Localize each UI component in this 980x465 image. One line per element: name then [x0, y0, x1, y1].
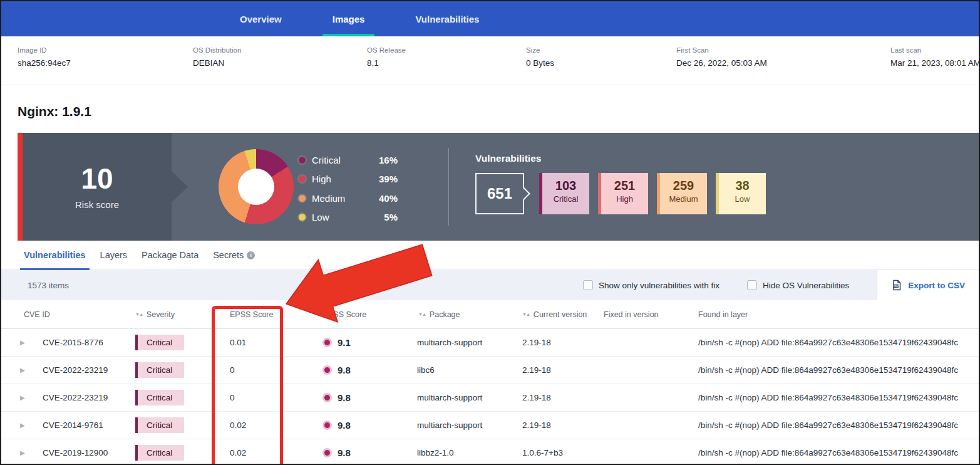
- filter-hide-os-vulnerabilities[interactable]: Hide OS Vulnerabilities: [747, 280, 849, 290]
- severity-badge: Critical: [135, 445, 184, 461]
- nav-tab-vulnerabilities[interactable]: Vulnerabilities: [405, 1, 489, 36]
- column-header-cve-id[interactable]: CVE ID: [11, 310, 135, 319]
- info-label: Image ID: [18, 46, 193, 54]
- cvss-value: 9.8: [338, 420, 351, 431]
- info-value: sha256:94ec7: [18, 58, 193, 68]
- risk-score-label: Risk score: [75, 199, 119, 210]
- cvss-value: 9.8: [338, 447, 351, 458]
- cvss-severity-dot-icon: [322, 393, 332, 402]
- legend-item-low: Low 5%: [299, 208, 398, 227]
- checkbox-icon[interactable]: [747, 280, 757, 290]
- cvss-value: 9.1: [338, 337, 351, 348]
- legend-item-critical: Critical 16%: [299, 150, 398, 170]
- current-version-cell: 2.19-18: [522, 421, 604, 430]
- panel-divider: [448, 148, 449, 226]
- vulnerabilities-table: CVE ID ▼▲ Severity EPSS Score CVSS Score…: [1, 300, 979, 465]
- info-field-last-scan: Last scan Mar 21, 2023, 08:01 AM: [890, 46, 979, 85]
- package-cell: libc6: [417, 365, 522, 375]
- column-label: CVSS Score: [322, 310, 366, 319]
- total-box-arrow: [518, 187, 530, 200]
- table-row[interactable]: ▶ CVE-2014-9761 Critical 0.02 9.8 multia…: [1, 412, 979, 439]
- page-title: Nginx: 1.9.1: [18, 104, 979, 120]
- package-cell: multiarch-support: [417, 421, 522, 430]
- row-expand-icon[interactable]: ▶: [11, 394, 36, 401]
- risk-score-block: 10 Risk score: [23, 133, 172, 241]
- epss-score-cell: 0.02: [220, 448, 314, 457]
- info-icon: i: [247, 251, 255, 259]
- sort-icon[interactable]: ▼▲: [418, 312, 426, 316]
- severity-badge: Critical: [135, 335, 184, 350]
- severity-card-high[interactable]: 251 High: [598, 173, 648, 214]
- found-in-layer-cell: /bin/sh -c #(nop) ADD file:864a9927c63e4…: [698, 338, 979, 347]
- found-in-layer-cell: /bin/sh -c #(nop) ADD file:864a9927c63e4…: [698, 448, 979, 457]
- legend-label: Low: [312, 212, 329, 222]
- sort-icon[interactable]: ▼▲: [135, 312, 143, 316]
- column-label: EPSS Score: [230, 310, 273, 319]
- vulnerabilities-title: Vulnerabilities: [475, 153, 775, 164]
- sort-icon[interactable]: ▼▲: [522, 312, 530, 316]
- column-header-severity[interactable]: ▼▲ Severity: [135, 310, 220, 319]
- severity-card-medium[interactable]: 259 Medium: [657, 173, 707, 214]
- column-label: CVE ID: [24, 310, 50, 319]
- package-cell: multiarch-support: [417, 338, 522, 347]
- detail-tabs: Vulnerabilities Layers Package Data Secr…: [1, 241, 979, 270]
- column-header-epss-score[interactable]: EPSS Score: [220, 310, 314, 319]
- nav-tab-images[interactable]: Images: [322, 1, 375, 36]
- epss-score-cell: 0: [220, 393, 314, 402]
- current-version-cell: 2.19-18: [522, 393, 604, 402]
- cvss-value: 9.8: [338, 365, 351, 375]
- severity-cell: Critical: [135, 390, 220, 405]
- filter-show-only-with-fix[interactable]: Show only vulnerabilities with fix: [583, 280, 720, 290]
- column-header-current-version[interactable]: ▼▲ Current version: [522, 310, 604, 319]
- found-in-layer-cell: /bin/sh -c #(nop) ADD file:864a9927c63e4…: [698, 365, 979, 375]
- severity-card-low[interactable]: 38 Low: [716, 173, 766, 214]
- export-label: Export to CSV: [908, 281, 965, 290]
- risk-accent-bar: [18, 133, 23, 241]
- cvss-value: 9.8: [338, 392, 351, 403]
- row-expand-icon[interactable]: ▶: [11, 339, 36, 346]
- svg-text:CSV: CSV: [894, 285, 899, 288]
- info-label: Last scan: [890, 46, 979, 54]
- info-field-size: Size 0 Bytes: [526, 46, 676, 85]
- row-expand-icon[interactable]: ▶: [11, 422, 36, 429]
- info-label: Size: [526, 46, 676, 54]
- column-header-fixed-in-version[interactable]: Fixed in version: [604, 310, 698, 319]
- legend-percent: 40%: [379, 193, 398, 204]
- cve-id-cell: CVE-2022-23219: [36, 365, 135, 375]
- items-count: 1573 items: [28, 281, 69, 290]
- severity-card-count: 259: [660, 179, 707, 193]
- tab-secrets[interactable]: Secrets i: [213, 241, 255, 269]
- severity-cell: Critical: [135, 362, 220, 378]
- table-row[interactable]: ▶ CVE-2022-23219 Critical 0 9.8 libc6 2.…: [1, 357, 979, 384]
- top-navigation: Overview Images Vulnerabilities: [1, 1, 979, 36]
- table-row[interactable]: ▶ CVE-2019-12900 Critical 0.02 9.8 libbz…: [1, 439, 979, 465]
- cve-id-cell: CVE-2022-23219: [36, 393, 135, 402]
- column-header-cvss-score[interactable]: CVSS Score: [314, 310, 417, 319]
- column-header-found-in-layer[interactable]: Found in layer: [698, 310, 979, 319]
- severity-card-critical[interactable]: 103 Critical: [539, 173, 589, 214]
- checkbox-icon[interactable]: [583, 280, 593, 290]
- cvss-severity-dot-icon: [322, 421, 332, 430]
- tab-layers[interactable]: Layers: [100, 241, 128, 269]
- export-to-csv-button[interactable]: CSV Export to CSV: [877, 270, 979, 300]
- epss-score-cell: 0: [220, 365, 314, 375]
- severity-card-label: Medium: [660, 194, 707, 204]
- nav-tab-overview[interactable]: Overview: [230, 1, 292, 36]
- table-row[interactable]: ▶ CVE-2015-8776 Critical 0.01 9.1 multia…: [1, 329, 979, 357]
- risk-summary-panel: 10 Risk score Critical 16% High 39% Medi…: [18, 133, 979, 241]
- column-header-package[interactable]: ▼▲ Package: [417, 310, 522, 319]
- info-value: Mar 21, 2023, 08:01 AM: [890, 58, 979, 68]
- info-field-os-release: OS Release 8.1: [367, 46, 526, 85]
- cve-id-cell: CVE-2015-8776: [36, 338, 135, 347]
- row-expand-icon[interactable]: ▶: [11, 449, 36, 456]
- row-expand-icon[interactable]: ▶: [11, 367, 36, 374]
- high-dot-icon: [299, 175, 306, 182]
- cvss-severity-dot-icon: [322, 448, 332, 457]
- image-info-bar: Image ID sha256:94ec7 OS Distribution DE…: [1, 36, 979, 85]
- tab-vulnerabilities[interactable]: Vulnerabilities: [24, 241, 86, 269]
- tab-package-data[interactable]: Package Data: [142, 241, 199, 269]
- column-label: Fixed in version: [604, 310, 659, 319]
- info-value: 0 Bytes: [526, 58, 676, 68]
- info-label: OS Distribution: [193, 46, 367, 54]
- table-row[interactable]: ▶ CVE-2022-23219 Critical 0 9.8 multiarc…: [1, 384, 979, 412]
